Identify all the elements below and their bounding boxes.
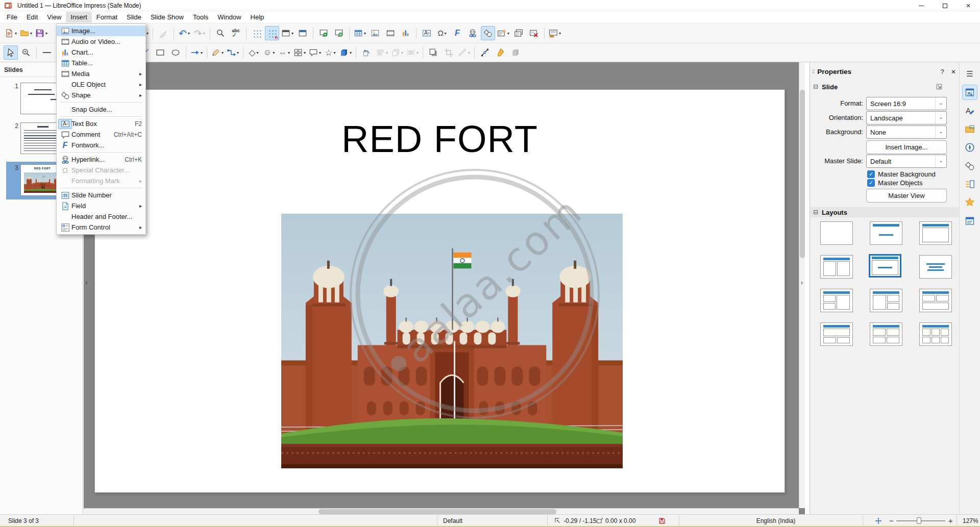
duplicate-slide-button[interactable]	[511, 26, 526, 40]
maximize-button[interactable]	[933, 0, 957, 11]
callout-shapes-button[interactable]	[308, 45, 322, 60]
menu-item-ole-object[interactable]: OLE Object	[57, 79, 145, 90]
menu-slide[interactable]: Slide	[122, 12, 146, 22]
menu-item-snap-guide[interactable]: Snap Guide...	[57, 104, 145, 115]
menu-item-image[interactable]: Image...	[57, 26, 145, 36]
slide-section-header[interactable]: Slide	[810, 82, 959, 92]
menu-window[interactable]: Window	[213, 12, 246, 22]
menu-file[interactable]: File	[2, 12, 22, 22]
stars-banners-button[interactable]	[323, 45, 337, 60]
hide-left-panel-arrow[interactable]: ‹	[84, 270, 89, 294]
zoom-level-status[interactable]: 127%	[963, 515, 978, 526]
insert-image-panel-button[interactable]: Insert Image...	[866, 140, 947, 154]
3d-objects-button[interactable]	[338, 45, 353, 60]
tab-animation[interactable]	[962, 195, 977, 210]
insert-line-button[interactable]	[40, 45, 54, 60]
menu-item-audio-video[interactable]: Audio or Video...	[57, 36, 145, 47]
layout-title-only-selected[interactable]	[869, 254, 901, 278]
save-button[interactable]	[34, 26, 48, 40]
tab-slide-transition[interactable]	[962, 177, 977, 192]
flowchart-button[interactable]	[292, 45, 307, 60]
dropdown-arrow-icon[interactable]	[507, 31, 509, 36]
dropdown-arrow-icon[interactable]	[273, 51, 275, 55]
tab-gallery[interactable]	[962, 121, 977, 137]
basic-shapes-button[interactable]	[247, 45, 261, 60]
dropdown-arrow-icon[interactable]	[364, 31, 366, 36]
insert-text-box-button[interactable]	[420, 26, 434, 40]
dropdown-arrow-icon[interactable]	[45, 31, 47, 36]
insert-special-character-button[interactable]	[435, 26, 449, 40]
rotate-button[interactable]	[359, 45, 374, 60]
tab-styles[interactable]	[962, 103, 977, 118]
lines-and-arrows-button[interactable]	[189, 45, 204, 60]
dropdown-arrow-icon[interactable]	[257, 51, 259, 55]
language-status[interactable]: English (India)	[704, 515, 847, 526]
rectangle-button[interactable]	[153, 45, 167, 60]
menu-item-chart[interactable]: Chart...	[57, 47, 145, 58]
panel-drag-handle[interactable]: ⁞⁞	[812, 68, 814, 74]
menu-slide-show[interactable]: Slide Show	[146, 12, 188, 22]
slide-canvas[interactable]: RED FORT aalaa.com	[95, 90, 785, 492]
chevron-down-icon[interactable]	[935, 112, 946, 124]
delete-slide-button[interactable]	[527, 26, 541, 40]
tab-properties[interactable]	[962, 85, 977, 100]
layout-title-content[interactable]	[919, 221, 952, 245]
zoom-slider-thumb[interactable]	[917, 517, 921, 524]
master-slide-status[interactable]: Default	[443, 515, 462, 526]
sidebar-close-button[interactable]	[948, 68, 959, 76]
select-button[interactable]	[4, 45, 18, 60]
menu-item-hyperlink[interactable]: Hyperlink...Ctrl+K	[57, 154, 145, 165]
menu-edit[interactable]: Edit	[22, 12, 42, 22]
menu-format[interactable]: Format	[92, 12, 122, 22]
zoom-in-button[interactable]: +	[948, 515, 953, 526]
chevron-down-icon[interactable]	[935, 155, 946, 167]
dropdown-arrow-icon[interactable]	[468, 51, 470, 55]
distribute-button[interactable]	[405, 45, 420, 60]
menu-item-table[interactable]: Table...	[57, 58, 145, 68]
ellipse-button[interactable]	[168, 45, 183, 60]
slide-title-text[interactable]: RED FORT	[95, 117, 785, 161]
red-fort-image[interactable]	[281, 214, 623, 468]
zoom-pan-button[interactable]	[19, 45, 33, 60]
insert-chart-button[interactable]	[399, 26, 413, 40]
show-draw-functions-button[interactable]	[481, 26, 495, 40]
align-objects-button[interactable]	[375, 45, 389, 60]
spelling-button[interactable]: abc	[229, 26, 243, 40]
menu-item-formatting-mark[interactable]: Formatting Mark	[57, 175, 145, 186]
clone-formatting-button[interactable]	[156, 26, 170, 40]
orientation-select[interactable]: Landscape	[866, 111, 947, 124]
layout-content-two-content[interactable]	[870, 289, 902, 312]
chevron-down-icon[interactable]	[935, 126, 946, 138]
close-button[interactable]: ×	[957, 0, 980, 11]
master-slide-select[interactable]: Default	[866, 155, 947, 168]
master-view-button[interactable]	[296, 26, 310, 40]
menu-item-slide-number[interactable]: Slide Number	[57, 190, 145, 200]
layouts-section-header[interactable]: Layouts	[810, 207, 980, 217]
zoom-out-button[interactable]: −	[889, 515, 894, 526]
more-options-icon[interactable]	[936, 83, 943, 90]
display-views-button[interactable]	[280, 26, 295, 40]
menu-item-form-control[interactable]: Form Control	[57, 222, 145, 233]
dropdown-arrow-icon[interactable]	[350, 51, 352, 55]
layout-content-over-content[interactable]	[820, 322, 853, 346]
dropdown-arrow-icon[interactable]	[319, 51, 321, 55]
layout-two-content-content[interactable]	[820, 289, 853, 312]
menu-item-fontwork[interactable]: Fontwork...	[57, 140, 145, 150]
format-select[interactable]: Screen 16:9	[866, 97, 947, 110]
dropdown-arrow-icon[interactable]	[15, 31, 17, 36]
dropdown-arrow-icon[interactable]	[291, 31, 293, 36]
tab-shapes[interactable]	[962, 158, 977, 173]
gluepoints-button[interactable]	[493, 45, 507, 60]
horizontal-scrollbar-thumb[interactable]	[318, 509, 556, 514]
new-document-button[interactable]	[4, 26, 18, 40]
dropdown-arrow-icon[interactable]	[401, 51, 403, 55]
menu-item-field[interactable]: Field	[57, 200, 145, 211]
vertical-scrollbar-thumb[interactable]	[800, 90, 805, 258]
dropdown-arrow-icon[interactable]	[445, 31, 447, 36]
undo-button[interactable]	[177, 26, 191, 40]
layout-title-two-content[interactable]	[820, 255, 853, 279]
menu-help[interactable]: Help	[246, 12, 269, 22]
tab-master-slides[interactable]	[962, 213, 977, 229]
edit-points-button[interactable]	[478, 45, 492, 60]
master-objects-checkbox[interactable]: Master Objects	[867, 179, 922, 187]
